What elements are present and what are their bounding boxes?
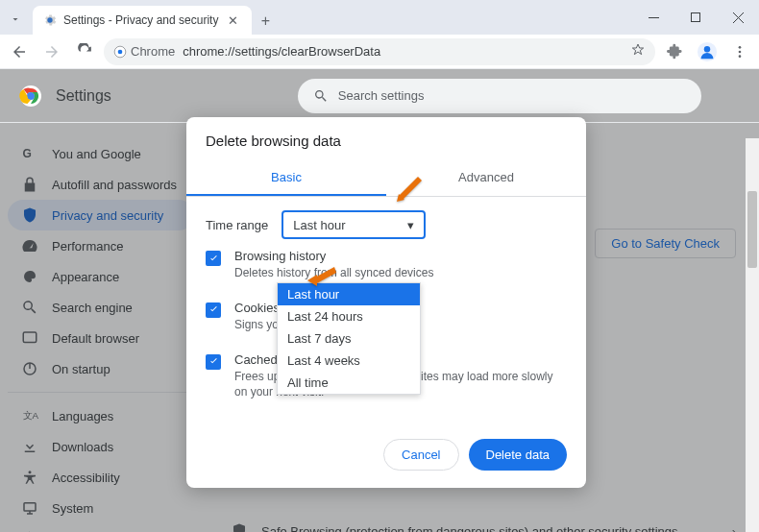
profile-avatar-icon[interactable]	[694, 38, 721, 65]
svg-marker-16	[399, 177, 422, 200]
time-range-value: Last hour	[293, 218, 345, 232]
dropdown-option-last-4-weeks[interactable]: Last 4 weeks	[278, 350, 420, 372]
url-text: chrome://settings/clearBrowserData	[183, 44, 380, 59]
tab-dropdown-chevron[interactable]	[0, 4, 31, 35]
svg-point-7	[739, 50, 742, 53]
forward-button[interactable]	[38, 38, 65, 65]
svg-point-5	[704, 46, 710, 52]
dropdown-option-last-24-hours[interactable]: Last 24 hours	[278, 305, 420, 327]
site-chip: Chrome	[113, 44, 175, 59]
settings-favicon	[42, 12, 58, 28]
svg-point-6	[739, 46, 742, 49]
scrollbar[interactable]	[746, 138, 759, 532]
dropdown-option-all-time[interactable]: All time	[278, 372, 420, 394]
annotation-arrow-icon	[307, 263, 336, 294]
bookmark-star-icon[interactable]	[630, 42, 646, 60]
dropdown-option-last-7-days[interactable]: Last 7 days	[278, 327, 420, 350]
checkbox-checked-icon[interactable]	[206, 251, 221, 266]
window-minimize-icon[interactable]	[632, 0, 674, 35]
svg-point-3	[118, 49, 123, 54]
dropdown-caret-icon: ▾	[407, 218, 414, 232]
checkbox-checked-icon[interactable]	[206, 354, 221, 370]
new-tab-button[interactable]: +	[252, 8, 279, 35]
time-range-select[interactable]: Last hour ▾	[282, 210, 426, 239]
dropdown-option-last-hour[interactable]: Last hour	[278, 283, 420, 305]
window-close-icon[interactable]	[717, 0, 759, 35]
extensions-icon[interactable]	[661, 38, 688, 65]
chrome-logo-icon	[19, 85, 42, 108]
site-chip-label: Chrome	[131, 44, 175, 59]
svg-marker-19	[307, 275, 317, 286]
checkbox-checked-icon[interactable]	[206, 302, 221, 318]
tab-basic[interactable]: Basic	[186, 160, 386, 196]
time-range-label: Time range	[206, 218, 268, 232]
svg-point-8	[739, 55, 742, 58]
address-bar[interactable]: Chrome chrome://settings/clearBrowserDat…	[104, 38, 655, 65]
search-placeholder: Search settings	[338, 88, 425, 103]
delete-data-button[interactable]: Delete data	[469, 439, 568, 471]
chrome-menu-icon[interactable]	[726, 38, 753, 65]
time-range-dropdown: Last hour Last 24 hours Last 7 days Last…	[277, 282, 421, 395]
reload-button[interactable]	[71, 38, 98, 65]
back-button[interactable]	[6, 38, 33, 65]
cancel-button[interactable]: Cancel	[383, 439, 458, 471]
tab-title: Settings - Privacy and security	[63, 13, 218, 27]
browser-tab[interactable]: Settings - Privacy and security ✕	[33, 6, 252, 35]
window-maximize-icon[interactable]	[674, 0, 717, 35]
dialog-title: Delete browsing data	[186, 117, 586, 160]
search-icon	[313, 88, 329, 104]
search-settings-input[interactable]: Search settings	[298, 79, 701, 113]
scrollbar-thumb[interactable]	[747, 191, 757, 268]
annotation-arrow-icon	[397, 173, 426, 206]
svg-rect-1	[692, 13, 700, 22]
page-title: Settings	[56, 87, 111, 105]
tab-close-icon[interactable]: ✕	[224, 13, 242, 28]
